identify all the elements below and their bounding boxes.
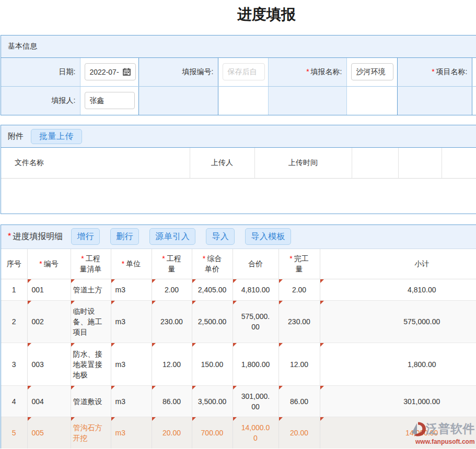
detail-row-2: 2 002 临时设备、施工项目 m3 230.00 2,500.00 575,0… xyxy=(1,301,476,343)
col-upload-time: 上传时间 xyxy=(254,148,352,178)
col-code: *编号 xyxy=(27,249,71,279)
page: 进度填报 基本信息 日期: 2022-07- 填报编号: 保存后自 *填报名称:… xyxy=(0,0,476,449)
basic-info-title: 基本信息 xyxy=(8,42,37,51)
watermark-url: www.fanpusoft.com xyxy=(415,438,475,445)
date-input[interactable]: 2022-07- xyxy=(85,63,136,80)
col-total: 合价 xyxy=(233,249,278,279)
report-no-label: 填报编号: xyxy=(138,58,218,86)
reporter-input[interactable]: 张鑫 xyxy=(85,92,135,109)
col-qty: *工程量 xyxy=(152,249,192,279)
details-panel: *进度填报明细 增行 删行 源单引入 导入 导入模板 序号 *编号 *工程量清单… xyxy=(1,224,476,449)
details-header: *进度填报明细 增行 删行 源单引入 导入 导入模板 xyxy=(1,225,476,249)
report-name-cell: 沙河环境 xyxy=(346,58,397,86)
basic-info-form: 日期: 2022-07- 填报编号: 保存后自 *填报名称: 沙河环境 *项目名… xyxy=(1,58,476,115)
delete-row-button[interactable]: 删行 xyxy=(110,228,139,245)
report-no-cell: 保存后自 xyxy=(218,58,268,86)
reporter-cell: 张鑫 xyxy=(80,86,138,115)
col-done: *完工量 xyxy=(278,249,320,279)
col-price: *综合单价 xyxy=(192,249,233,279)
col-uploader: 上传人 xyxy=(190,148,254,178)
report-no-input: 保存后自 xyxy=(223,63,265,80)
attachments-table: 文件名称 上传人 上传时间 xyxy=(1,148,476,179)
watermark-brand: 泛普软件 xyxy=(426,421,475,437)
detail-row-4: 4 004 管道敷设 m3 86.00 3,500.00 301,000.00 … xyxy=(1,386,476,417)
attachments-title: 附件 xyxy=(8,132,24,141)
col-file-name: 文件名称 xyxy=(1,148,190,178)
report-name-label: *填报名称: xyxy=(268,58,346,86)
add-row-button[interactable]: 增行 xyxy=(71,228,100,245)
basic-info-panel: 基本信息 日期: 2022-07- 填报编号: 保存后自 *填报名称: 沙河环境… xyxy=(1,35,476,115)
attachments-empty-body xyxy=(1,179,476,214)
col-subtotal: 小计 xyxy=(320,249,476,279)
detail-row-1: 1 001 管道土方 m3 2.00 2,405.00 4,810.00 2.0… xyxy=(1,279,476,301)
col-item: *工程量清单 xyxy=(71,249,111,279)
date-label: 日期: xyxy=(1,58,80,86)
import-template-button[interactable]: 导入模板 xyxy=(245,228,291,245)
calendar-icon[interactable] xyxy=(123,68,131,76)
watermark: 泛普软件 www.fanpusoft.com xyxy=(411,420,476,447)
attachments-header: 附件 批量上传 xyxy=(1,125,476,148)
project-name-label: *项目名称: xyxy=(397,58,472,86)
detail-row-3: 3 003 防水、接地装置接地极 m3 12.00 150.00 1,800.0… xyxy=(1,343,476,386)
details-table: 序号 *编号 *工程量清单 *单位 *工程量 *综合单价 合价 *完工量 小计 … xyxy=(1,249,476,449)
basic-info-header: 基本信息 xyxy=(1,36,476,58)
import-button[interactable]: 导入 xyxy=(206,228,235,245)
col-seq: 序号 xyxy=(1,249,27,279)
batch-upload-button[interactable]: 批量上传 xyxy=(31,129,82,144)
details-title: 进度填报明细 xyxy=(13,231,63,242)
reporter-label: 填报人: xyxy=(1,86,80,115)
project-name-cell xyxy=(472,58,476,86)
col-unit: *单位 xyxy=(111,249,152,279)
source-import-button[interactable]: 源单引入 xyxy=(149,228,195,245)
page-title: 进度填报 xyxy=(0,6,476,23)
report-name-input[interactable]: 沙河环境 xyxy=(351,63,393,80)
date-cell: 2022-07- xyxy=(80,58,138,86)
detail-row-5-selected: 5 005 管沟石方开挖 m3 20.00 700.00 14,000.00 2… xyxy=(1,417,476,449)
attachments-panel: 附件 批量上传 文件名称 上传人 上传时间 xyxy=(1,125,476,214)
